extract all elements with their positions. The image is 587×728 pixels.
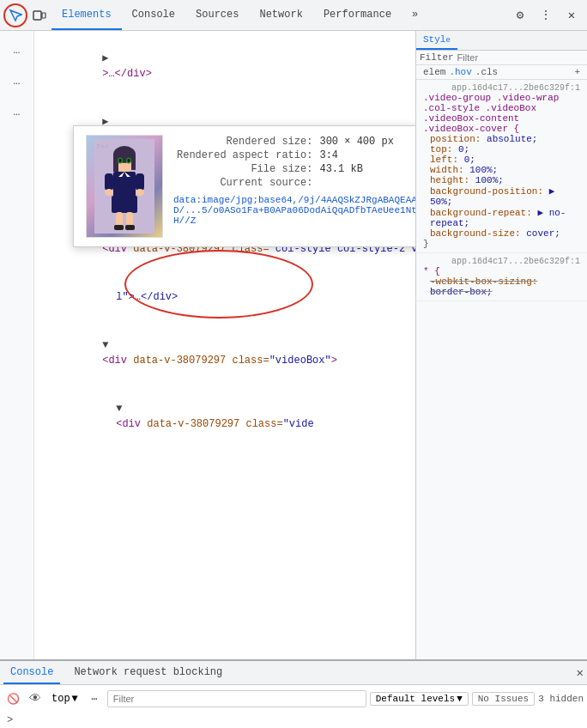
css-rule-2: app.16d4c17...2be6c329f:1 * { -webkit-bo… bbox=[416, 253, 587, 301]
tab-console[interactable]: Console bbox=[122, 0, 185, 30]
svg-point-10 bbox=[128, 159, 130, 162]
css-prop-bg-position: background-position: ▶ 50%; bbox=[430, 185, 580, 207]
rendered-size-label: Rendered size: bbox=[173, 135, 316, 149]
svg-rect-18 bbox=[125, 225, 135, 230]
file-size-label: File size: bbox=[173, 162, 316, 176]
devtools-toolbar: Elements Console Sources Network Perform… bbox=[0, 0, 587, 31]
no-issues-badge[interactable]: No Issues bbox=[472, 692, 535, 706]
svg-rect-5 bbox=[113, 155, 118, 172]
console-filter-input[interactable] bbox=[107, 690, 366, 707]
styles-filter-input[interactable] bbox=[457, 52, 584, 63]
tab-elements[interactable]: Elements bbox=[51, 0, 122, 30]
expand-arrow-1[interactable]: ▶ bbox=[102, 52, 108, 64]
svg-point-21 bbox=[105, 189, 113, 196]
rendered-size-value: 300 × 400 px bbox=[316, 135, 396, 149]
tab-performance[interactable]: Performance bbox=[313, 0, 402, 30]
css-source-1: app.16d4c17...2be6c329f:1 bbox=[423, 83, 580, 93]
device-mode-icon[interactable] bbox=[27, 3, 51, 27]
css-prop-width: width: 100%; bbox=[430, 165, 580, 175]
svg-point-22 bbox=[136, 189, 144, 196]
aspect-ratio-label: Rendered aspect ratio: bbox=[173, 149, 316, 162]
css-prop-height: height: 100%; bbox=[430, 175, 580, 185]
tooltip-source-value: data:image/jpg;base64,/9j/4AAQSkZJRgABAQ… bbox=[173, 195, 415, 226]
close-icon[interactable]: ✕ bbox=[560, 3, 584, 27]
image-tooltip: アニメ Rendered size: 300 × 400 px Rendered… bbox=[73, 125, 415, 247]
css-rule-close-1: } bbox=[423, 239, 580, 249]
css-rule-1: app.16d4c17...2be6c329f:1 .video-group .… bbox=[416, 80, 587, 253]
tab-network[interactable]: Network bbox=[249, 0, 312, 30]
show-options-icon[interactable]: ⋯ bbox=[85, 689, 104, 708]
inspect-icon[interactable] bbox=[3, 3, 27, 27]
css-prop-top: top: 0; bbox=[430, 144, 580, 155]
svg-rect-0 bbox=[33, 11, 41, 20]
styles-panel: Style Filter elem .hov .cls + app.16d4c1… bbox=[415, 31, 587, 659]
left-gutter: … … … bbox=[0, 31, 34, 659]
gutter-btn-2[interactable]: … bbox=[5, 69, 29, 93]
expand-arrow-5[interactable]: ▼ bbox=[116, 403, 122, 415]
tab-more[interactable]: » bbox=[402, 0, 428, 30]
default-levels-label: Default levels bbox=[376, 694, 455, 704]
css-prop-position: position: absolute; bbox=[430, 134, 580, 144]
top-context-select[interactable]: top ▼ bbox=[48, 692, 82, 706]
css-prop-webkit: -webkit-box-sizing: border-box; bbox=[430, 276, 580, 297]
css-source-2: app.16d4c17...2be6c329f:1 bbox=[423, 257, 580, 266]
clear-console-button[interactable]: 🚫 bbox=[3, 689, 22, 708]
element-label: elem bbox=[423, 67, 445, 77]
console-area: Console Network request blocking ✕ 🚫 👁 t… bbox=[0, 659, 587, 728]
gutter-btn-1[interactable]: … bbox=[5, 38, 29, 62]
top-label: top bbox=[51, 693, 70, 705]
file-size-value: 43.1 kB bbox=[316, 162, 396, 176]
console-close-button[interactable]: ✕ bbox=[577, 665, 584, 680]
svg-rect-1 bbox=[42, 13, 45, 18]
css-prop-bg-size: background-size: cover; bbox=[430, 228, 580, 239]
current-source-label: Current source: bbox=[173, 176, 316, 190]
tooltip-image: アニメ bbox=[86, 135, 163, 238]
svg-rect-19 bbox=[105, 173, 113, 191]
html-line-3b: l">…</div> bbox=[34, 273, 415, 321]
console-prompt-line: > bbox=[0, 713, 587, 728]
pseudo-filter-bar: elem .hov .cls + bbox=[416, 65, 587, 80]
tab-sources[interactable]: Sources bbox=[185, 0, 249, 30]
default-levels-select[interactable]: Default levels ▼ bbox=[370, 692, 469, 706]
styles-filter-bar: Filter bbox=[416, 51, 587, 65]
levels-chevron-icon: ▼ bbox=[457, 694, 463, 704]
svg-rect-20 bbox=[136, 173, 144, 191]
aspect-ratio-value: 3:4 bbox=[316, 149, 396, 162]
css-props-2: -webkit-box-sizing: border-box; bbox=[423, 276, 580, 297]
html-line-4: ▼ <div data-v-38079297 class="videoBox"> bbox=[34, 321, 415, 385]
eye-icon[interactable]: 👁 bbox=[26, 689, 45, 708]
devtools-main: … … … ▶ >…</div> ▶ <div data-v-38079297 … bbox=[0, 31, 587, 659]
svg-rect-14 bbox=[112, 196, 137, 213]
more-options-icon[interactable]: ⋮ bbox=[534, 3, 558, 27]
pseudo-cls[interactable]: .cls bbox=[475, 67, 498, 77]
styles-tabs: Style bbox=[416, 31, 587, 51]
svg-text:アニメ: アニメ bbox=[96, 144, 109, 149]
svg-rect-6 bbox=[131, 155, 136, 170]
gutter-btn-3[interactable]: … bbox=[5, 100, 29, 124]
prompt-symbol: > bbox=[7, 714, 13, 726]
svg-rect-17 bbox=[114, 225, 124, 230]
hidden-count: 3 hidden bbox=[538, 694, 584, 704]
pseudo-hov[interactable]: .hov bbox=[449, 67, 471, 77]
html-panel: ▶ >…</div> ▶ <div data-v-38079297 class=… bbox=[34, 31, 415, 659]
css-prop-left: left: 0; bbox=[430, 155, 580, 165]
top-chevron-icon: ▼ bbox=[72, 693, 78, 705]
console-toolbar: Console Network request blocking ✕ bbox=[0, 661, 587, 685]
toolbar-right-icons: ⚙ ⋮ ✕ bbox=[508, 3, 584, 27]
css-prop-bg-repeat: background-repeat: ▶ no-repeat; bbox=[430, 207, 580, 228]
console-tab-network-blocking[interactable]: Network request blocking bbox=[67, 661, 229, 684]
tooltip-inner: アニメ Rendered size: 300 × 400 px Rendered… bbox=[86, 135, 415, 238]
console-tab-console[interactable]: Console bbox=[3, 661, 60, 684]
css-selector-1: .video-group .video-wrap .col-style .vid… bbox=[423, 93, 580, 113]
settings-icon[interactable]: ⚙ bbox=[508, 3, 532, 27]
pseudo-add[interactable]: + bbox=[574, 67, 580, 77]
filter-label: Filter bbox=[420, 52, 454, 63]
css-sub-selector-1: .videoBox-content .videoBox-cover { bbox=[423, 113, 580, 134]
tab-bar: Elements Console Sources Network Perform… bbox=[51, 0, 508, 30]
tooltip-meta: Rendered size: 300 × 400 px Rendered asp… bbox=[173, 135, 415, 226]
console-controls: 🚫 👁 top ▼ ⋯ Default levels ▼ No Issues 3… bbox=[0, 685, 587, 713]
html-line-1: ▶ >…</div> bbox=[34, 34, 415, 98]
css-props-1: position: absolute; top: 0; left: 0; wid… bbox=[423, 134, 580, 239]
expand-arrow-4[interactable]: ▼ bbox=[102, 339, 108, 351]
tab-style[interactable]: Style bbox=[416, 31, 457, 50]
